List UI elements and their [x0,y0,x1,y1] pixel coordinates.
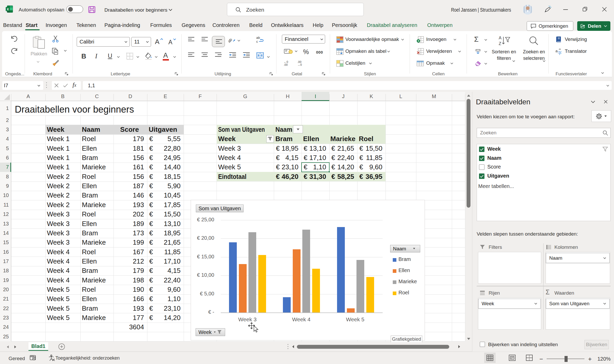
svg-text:ab: ab [228,37,233,43]
svg-text:X: X [7,8,9,11]
svg-text:ab: ab [256,36,260,40]
svg-text:.00: .00 [284,63,288,66]
svg-text:字: 字 [558,51,562,55]
svg-text:A: A [499,36,502,40]
svg-text:c: c [256,40,258,43]
svg-text:Z: Z [499,41,501,46]
svg-text:→0: →0 [297,63,302,66]
svg-text:a: a [555,49,558,53]
